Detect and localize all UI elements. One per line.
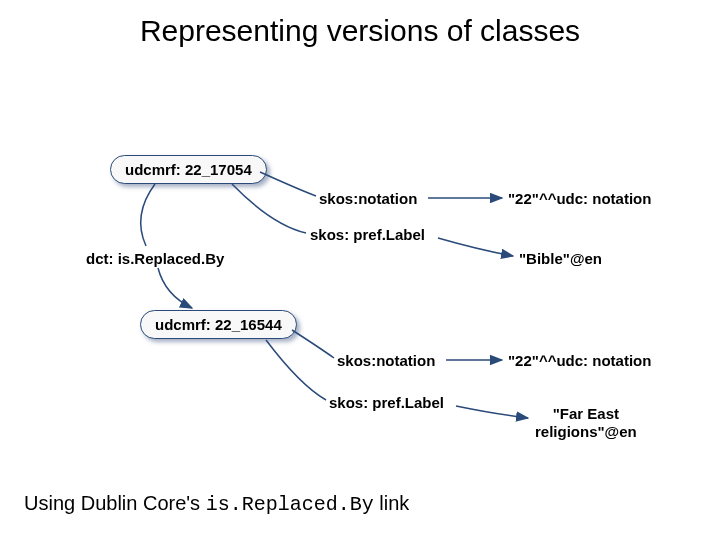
node-22-17054: udcmrf: 22_17054: [110, 155, 267, 184]
literal-notation-1: "22"^^udc: notation: [508, 190, 651, 207]
literal-preflabel-1: "Bible"@en: [519, 250, 602, 267]
footer-code: is.Replaced.By: [206, 493, 374, 516]
edge-label-skos-preflabel-1: skos: pref.Label: [310, 226, 425, 243]
footer-text: Using Dublin Core's is.Replaced.By link: [24, 492, 409, 516]
edge-label-skos-notation-1: skos:notation: [319, 190, 417, 207]
literal-notation-2: "22"^^udc: notation: [508, 352, 651, 369]
literal-preflabel-2-line2: religions"@en: [535, 423, 637, 440]
literal-preflabel-2: "Far East religions"@en: [535, 405, 637, 441]
edge-label-skos-preflabel-2: skos: pref.Label: [329, 394, 444, 411]
node-22-16544: udcmrf: 22_16544: [140, 310, 297, 339]
edge-label-dct-isreplacedby: dct: is.Replaced.By: [86, 250, 224, 267]
page-title: Representing versions of classes: [140, 14, 580, 48]
footer-after: link: [374, 492, 410, 514]
edge-label-skos-notation-2: skos:notation: [337, 352, 435, 369]
literal-preflabel-2-line1: "Far East: [553, 405, 619, 422]
footer-before: Using Dublin Core's: [24, 492, 206, 514]
diagram-arrows: [0, 0, 720, 540]
